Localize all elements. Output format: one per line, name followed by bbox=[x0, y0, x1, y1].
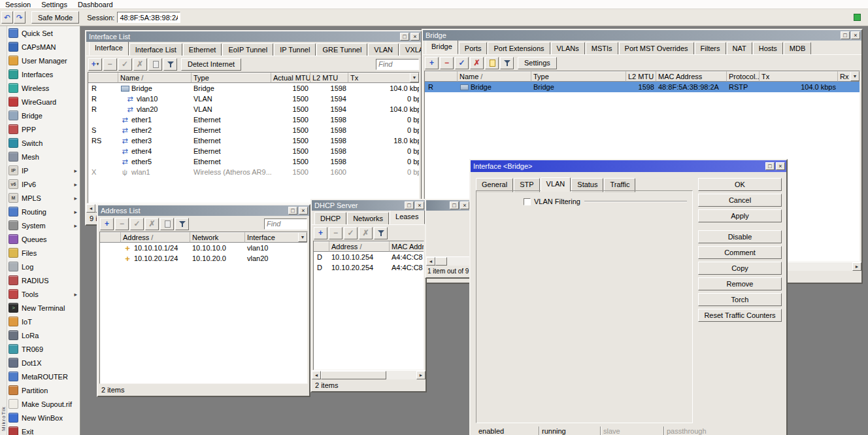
flags-column-header[interactable] bbox=[314, 241, 329, 252]
remove-button[interactable]: − bbox=[440, 57, 454, 69]
tab[interactable]: DHCP bbox=[314, 212, 346, 225]
tab[interactable]: Interface List bbox=[129, 43, 182, 56]
close-icon[interactable]: × bbox=[415, 201, 424, 209]
filter-button[interactable] bbox=[500, 57, 514, 69]
sidebar-item[interactable]: Make Supout.rif bbox=[7, 397, 80, 411]
menu-item[interactable]: Settings bbox=[36, 1, 73, 9]
column-header[interactable]: Type bbox=[531, 71, 626, 82]
find-input[interactable] bbox=[376, 59, 419, 70]
table-row[interactable]: D 10.10.20.254 A4:4C:C8 bbox=[314, 262, 424, 273]
sidebar-item[interactable]: Files bbox=[7, 246, 80, 260]
column-header[interactable]: Name bbox=[458, 71, 531, 82]
column-header[interactable]: MAC Address bbox=[390, 241, 424, 252]
close-icon[interactable]: × bbox=[460, 201, 469, 209]
table-row[interactable]: X wlan1 Wireless (Atheros AR9... 1500 16… bbox=[88, 167, 419, 177]
maximize-icon[interactable]: □ bbox=[400, 33, 409, 41]
flags-column-header[interactable] bbox=[100, 232, 121, 243]
settings-button[interactable]: Settings bbox=[518, 57, 557, 69]
column-header[interactable]: L2 MTU bbox=[626, 71, 656, 82]
find-input[interactable] bbox=[264, 218, 307, 230]
table-row[interactable]: S ether2 Ethernet 1500 1598 0 bps bbox=[88, 125, 419, 135]
table-row[interactable]: 10.10.10.1/24 10.10.10.0 vlan10 bbox=[100, 243, 307, 253]
sidebar-item[interactable]: Tools ▸ bbox=[7, 287, 80, 301]
add-button[interactable]: + bbox=[314, 227, 327, 239]
sidebar-item[interactable]: Log bbox=[7, 260, 80, 273]
scroll-right-icon[interactable]: ► bbox=[852, 262, 861, 271]
sidebar-item[interactable]: RADIUS bbox=[7, 273, 80, 287]
tab[interactable]: Networks bbox=[347, 212, 389, 225]
sidebar-item[interactable]: Bridge bbox=[7, 109, 80, 122]
tab[interactable]: Hosts bbox=[753, 42, 783, 55]
tab[interactable]: VXLAN bbox=[399, 43, 421, 56]
sidebar-item[interactable]: Dot1X bbox=[7, 356, 80, 370]
tab[interactable]: IP Tunnel bbox=[274, 43, 316, 56]
sidebar-item[interactable]: IPv6 ▸ bbox=[7, 177, 80, 191]
table-row[interactable]: R Bridge Bridge 1598 48:8F:5A:3B:98:2A R… bbox=[425, 82, 860, 92]
menu-item[interactable]: Dashboard bbox=[73, 1, 118, 9]
maximize-icon[interactable]: □ bbox=[841, 31, 850, 39]
maximize-icon[interactable]: □ bbox=[765, 162, 775, 170]
filter-button[interactable] bbox=[175, 218, 189, 230]
safe-mode-button[interactable]: Safe Mode bbox=[31, 11, 79, 24]
table-row[interactable]: ether5 Ethernet 1500 1598 0 bps bbox=[88, 156, 419, 167]
torch-button[interactable]: Torch bbox=[698, 293, 782, 306]
column-header[interactable]: Address bbox=[121, 232, 190, 243]
undo-icon[interactable]: ↶ bbox=[1, 11, 13, 24]
flags-column-header[interactable] bbox=[425, 71, 458, 82]
comment-button[interactable] bbox=[148, 58, 162, 71]
scroll-left-icon[interactable]: ◄ bbox=[426, 257, 435, 266]
table-row[interactable]: D 10.10.10.254 A4:4C:C8 bbox=[314, 252, 424, 262]
sidebar-item[interactable]: Partition bbox=[7, 383, 80, 397]
filter-button[interactable] bbox=[374, 227, 388, 239]
remove-button[interactable]: Remove bbox=[698, 277, 782, 290]
table-row[interactable]: ether4 Ethernet 1500 1598 0 bps bbox=[88, 146, 419, 156]
reset-traffic-counters-button[interactable]: Reset Traffic Counters bbox=[698, 309, 782, 322]
sidebar-item[interactable]: Interfaces bbox=[7, 67, 80, 81]
column-header[interactable]: Name bbox=[118, 73, 192, 83]
enable-button[interactable]: ✓ bbox=[455, 57, 469, 69]
table-row[interactable]: 10.10.20.1/24 10.10.20.0 vlan20 bbox=[100, 253, 307, 264]
tab[interactable]: Interface bbox=[89, 42, 129, 56]
sidebar-item[interactable]: PPP bbox=[7, 122, 80, 136]
column-header[interactable]: Tx bbox=[760, 71, 838, 82]
menu-item[interactable]: Session bbox=[0, 1, 36, 9]
close-icon[interactable]: × bbox=[410, 33, 420, 41]
sidebar-item[interactable]: User Manager bbox=[7, 54, 80, 67]
add-button[interactable]: +▾ bbox=[88, 58, 102, 71]
apply-button[interactable]: Apply bbox=[698, 209, 782, 222]
table-row[interactable]: R Bridge Bridge 1500 1598 104.0 kbps bbox=[88, 83, 419, 94]
scroll-right-icon[interactable]: ► bbox=[416, 371, 426, 379]
sidebar-item[interactable]: Quick Set bbox=[7, 26, 80, 40]
sidebar-item[interactable]: MetaROUTER bbox=[7, 370, 80, 383]
remove-button[interactable]: − bbox=[329, 227, 342, 239]
remove-button[interactable]: − bbox=[115, 218, 129, 230]
maximize-icon[interactable]: □ bbox=[288, 207, 297, 215]
close-icon[interactable]: × bbox=[851, 31, 860, 39]
tab[interactable]: EoIP Tunnel bbox=[222, 43, 273, 56]
scroll-left-icon[interactable]: ◄ bbox=[312, 371, 321, 379]
tab[interactable]: Ports bbox=[459, 42, 488, 55]
disable-button[interactable]: Disable bbox=[698, 230, 782, 243]
sidebar-item[interactable]: Queues bbox=[7, 232, 80, 246]
close-icon[interactable]: × bbox=[776, 162, 785, 170]
sidebar-item[interactable]: MPLS ▸ bbox=[7, 191, 80, 205]
comment-button[interactable] bbox=[160, 218, 174, 230]
disable-button[interactable]: ✗ bbox=[145, 218, 159, 230]
tab[interactable]: Leases bbox=[390, 211, 424, 224]
disable-button[interactable]: ✗ bbox=[133, 58, 147, 71]
table-row[interactable]: R vlan10 VLAN 1500 1594 0 bps bbox=[88, 94, 419, 104]
scrollbar-thumb[interactable] bbox=[321, 371, 386, 379]
add-button[interactable]: + bbox=[100, 218, 114, 230]
sidebar-item[interactable]: Wireless bbox=[7, 81, 80, 95]
tab[interactable]: Bridge bbox=[426, 41, 458, 54]
column-header[interactable]: Address bbox=[329, 241, 390, 252]
sidebar-item[interactable]: CAPsMAN bbox=[7, 40, 80, 54]
column-header[interactable]: Type bbox=[192, 73, 271, 83]
comment-button[interactable] bbox=[485, 57, 499, 69]
tab[interactable]: NAT bbox=[727, 42, 752, 55]
redo-icon[interactable]: ↷ bbox=[14, 11, 25, 24]
enable-button[interactable]: ✓ bbox=[344, 227, 358, 239]
filter-button[interactable] bbox=[163, 58, 177, 71]
sidebar-item[interactable]: New Terminal bbox=[7, 301, 80, 315]
disable-button[interactable]: ✗ bbox=[359, 227, 373, 239]
